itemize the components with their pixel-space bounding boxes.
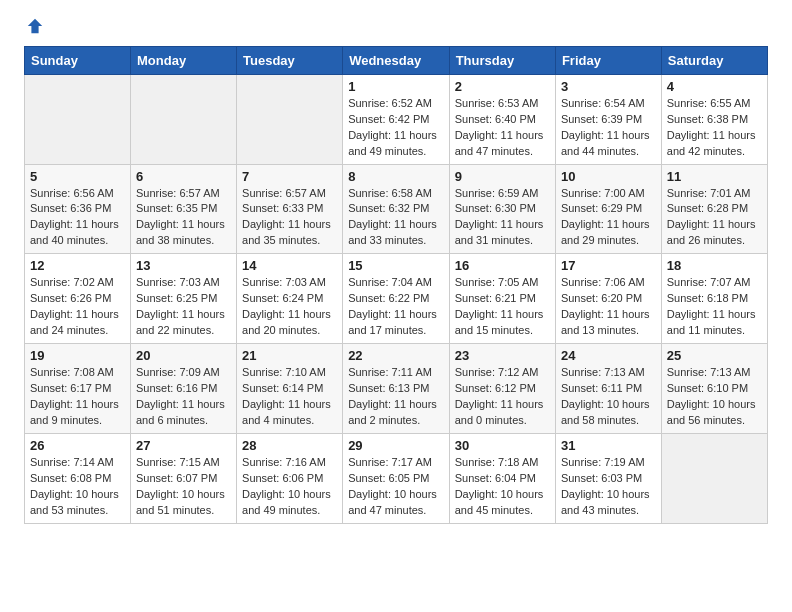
day-number: 8	[348, 169, 444, 184]
day-number: 11	[667, 169, 762, 184]
day-number: 18	[667, 258, 762, 273]
calendar-cell	[25, 74, 131, 164]
page-header	[24, 20, 768, 40]
weekday-header-wednesday: Wednesday	[343, 46, 450, 74]
calendar-cell	[661, 433, 767, 523]
day-info: Sunrise: 7:13 AM Sunset: 6:11 PM Dayligh…	[561, 365, 656, 429]
day-info: Sunrise: 7:18 AM Sunset: 6:04 PM Dayligh…	[455, 455, 550, 519]
day-info: Sunrise: 7:05 AM Sunset: 6:21 PM Dayligh…	[455, 275, 550, 339]
day-info: Sunrise: 7:15 AM Sunset: 6:07 PM Dayligh…	[136, 455, 231, 519]
day-info: Sunrise: 6:52 AM Sunset: 6:42 PM Dayligh…	[348, 96, 444, 160]
calendar-cell: 12Sunrise: 7:02 AM Sunset: 6:26 PM Dayli…	[25, 254, 131, 344]
day-number: 7	[242, 169, 337, 184]
calendar-cell: 1Sunrise: 6:52 AM Sunset: 6:42 PM Daylig…	[343, 74, 450, 164]
calendar-cell: 9Sunrise: 6:59 AM Sunset: 6:30 PM Daylig…	[449, 164, 555, 254]
calendar-cell: 24Sunrise: 7:13 AM Sunset: 6:11 PM Dayli…	[555, 344, 661, 434]
calendar-cell: 19Sunrise: 7:08 AM Sunset: 6:17 PM Dayli…	[25, 344, 131, 434]
calendar-cell: 13Sunrise: 7:03 AM Sunset: 6:25 PM Dayli…	[131, 254, 237, 344]
day-number: 13	[136, 258, 231, 273]
calendar-week-row: 19Sunrise: 7:08 AM Sunset: 6:17 PM Dayli…	[25, 344, 768, 434]
day-number: 12	[30, 258, 125, 273]
calendar-week-row: 12Sunrise: 7:02 AM Sunset: 6:26 PM Dayli…	[25, 254, 768, 344]
calendar-cell: 7Sunrise: 6:57 AM Sunset: 6:33 PM Daylig…	[237, 164, 343, 254]
calendar-cell: 2Sunrise: 6:53 AM Sunset: 6:40 PM Daylig…	[449, 74, 555, 164]
svg-marker-0	[28, 19, 42, 33]
calendar-cell: 3Sunrise: 6:54 AM Sunset: 6:39 PM Daylig…	[555, 74, 661, 164]
day-info: Sunrise: 6:57 AM Sunset: 6:33 PM Dayligh…	[242, 186, 337, 250]
day-info: Sunrise: 7:00 AM Sunset: 6:29 PM Dayligh…	[561, 186, 656, 250]
day-info: Sunrise: 7:17 AM Sunset: 6:05 PM Dayligh…	[348, 455, 444, 519]
day-number: 5	[30, 169, 125, 184]
calendar-cell: 26Sunrise: 7:14 AM Sunset: 6:08 PM Dayli…	[25, 433, 131, 523]
day-info: Sunrise: 7:03 AM Sunset: 6:24 PM Dayligh…	[242, 275, 337, 339]
day-number: 25	[667, 348, 762, 363]
day-number: 15	[348, 258, 444, 273]
day-number: 21	[242, 348, 337, 363]
calendar-cell	[131, 74, 237, 164]
calendar-week-row: 5Sunrise: 6:56 AM Sunset: 6:36 PM Daylig…	[25, 164, 768, 254]
day-number: 19	[30, 348, 125, 363]
day-info: Sunrise: 7:11 AM Sunset: 6:13 PM Dayligh…	[348, 365, 444, 429]
day-info: Sunrise: 7:07 AM Sunset: 6:18 PM Dayligh…	[667, 275, 762, 339]
calendar-header-row: SundayMondayTuesdayWednesdayThursdayFrid…	[25, 46, 768, 74]
calendar-week-row: 26Sunrise: 7:14 AM Sunset: 6:08 PM Dayli…	[25, 433, 768, 523]
day-number: 20	[136, 348, 231, 363]
calendar-cell	[237, 74, 343, 164]
day-number: 17	[561, 258, 656, 273]
day-number: 26	[30, 438, 125, 453]
day-number: 28	[242, 438, 337, 453]
day-number: 31	[561, 438, 656, 453]
calendar-cell: 21Sunrise: 7:10 AM Sunset: 6:14 PM Dayli…	[237, 344, 343, 434]
day-info: Sunrise: 7:03 AM Sunset: 6:25 PM Dayligh…	[136, 275, 231, 339]
calendar-cell: 29Sunrise: 7:17 AM Sunset: 6:05 PM Dayli…	[343, 433, 450, 523]
calendar-cell: 22Sunrise: 7:11 AM Sunset: 6:13 PM Dayli…	[343, 344, 450, 434]
day-info: Sunrise: 7:13 AM Sunset: 6:10 PM Dayligh…	[667, 365, 762, 429]
day-number: 6	[136, 169, 231, 184]
calendar-cell: 20Sunrise: 7:09 AM Sunset: 6:16 PM Dayli…	[131, 344, 237, 434]
calendar-cell: 27Sunrise: 7:15 AM Sunset: 6:07 PM Dayli…	[131, 433, 237, 523]
day-number: 30	[455, 438, 550, 453]
weekday-header-tuesday: Tuesday	[237, 46, 343, 74]
day-info: Sunrise: 7:14 AM Sunset: 6:08 PM Dayligh…	[30, 455, 125, 519]
day-number: 14	[242, 258, 337, 273]
day-info: Sunrise: 7:02 AM Sunset: 6:26 PM Dayligh…	[30, 275, 125, 339]
calendar-cell: 4Sunrise: 6:55 AM Sunset: 6:38 PM Daylig…	[661, 74, 767, 164]
calendar-cell: 30Sunrise: 7:18 AM Sunset: 6:04 PM Dayli…	[449, 433, 555, 523]
calendar-cell: 25Sunrise: 7:13 AM Sunset: 6:10 PM Dayli…	[661, 344, 767, 434]
day-info: Sunrise: 6:57 AM Sunset: 6:35 PM Dayligh…	[136, 186, 231, 250]
day-number: 1	[348, 79, 444, 94]
day-number: 16	[455, 258, 550, 273]
logo	[24, 20, 44, 40]
day-info: Sunrise: 6:55 AM Sunset: 6:38 PM Dayligh…	[667, 96, 762, 160]
weekday-header-monday: Monday	[131, 46, 237, 74]
calendar-cell: 11Sunrise: 7:01 AM Sunset: 6:28 PM Dayli…	[661, 164, 767, 254]
day-number: 23	[455, 348, 550, 363]
calendar-cell: 23Sunrise: 7:12 AM Sunset: 6:12 PM Dayli…	[449, 344, 555, 434]
day-number: 27	[136, 438, 231, 453]
calendar-cell: 15Sunrise: 7:04 AM Sunset: 6:22 PM Dayli…	[343, 254, 450, 344]
day-info: Sunrise: 7:19 AM Sunset: 6:03 PM Dayligh…	[561, 455, 656, 519]
day-info: Sunrise: 6:53 AM Sunset: 6:40 PM Dayligh…	[455, 96, 550, 160]
day-number: 24	[561, 348, 656, 363]
day-info: Sunrise: 7:12 AM Sunset: 6:12 PM Dayligh…	[455, 365, 550, 429]
calendar-cell: 14Sunrise: 7:03 AM Sunset: 6:24 PM Dayli…	[237, 254, 343, 344]
calendar-cell: 31Sunrise: 7:19 AM Sunset: 6:03 PM Dayli…	[555, 433, 661, 523]
day-info: Sunrise: 6:56 AM Sunset: 6:36 PM Dayligh…	[30, 186, 125, 250]
weekday-header-saturday: Saturday	[661, 46, 767, 74]
day-info: Sunrise: 6:59 AM Sunset: 6:30 PM Dayligh…	[455, 186, 550, 250]
calendar-cell: 18Sunrise: 7:07 AM Sunset: 6:18 PM Dayli…	[661, 254, 767, 344]
day-number: 4	[667, 79, 762, 94]
day-number: 9	[455, 169, 550, 184]
day-info: Sunrise: 7:01 AM Sunset: 6:28 PM Dayligh…	[667, 186, 762, 250]
day-info: Sunrise: 6:54 AM Sunset: 6:39 PM Dayligh…	[561, 96, 656, 160]
day-info: Sunrise: 6:58 AM Sunset: 6:32 PM Dayligh…	[348, 186, 444, 250]
logo-icon	[26, 17, 44, 35]
day-number: 10	[561, 169, 656, 184]
calendar-cell: 16Sunrise: 7:05 AM Sunset: 6:21 PM Dayli…	[449, 254, 555, 344]
calendar-cell: 6Sunrise: 6:57 AM Sunset: 6:35 PM Daylig…	[131, 164, 237, 254]
day-number: 22	[348, 348, 444, 363]
day-info: Sunrise: 7:16 AM Sunset: 6:06 PM Dayligh…	[242, 455, 337, 519]
day-info: Sunrise: 7:08 AM Sunset: 6:17 PM Dayligh…	[30, 365, 125, 429]
day-number: 3	[561, 79, 656, 94]
weekday-header-friday: Friday	[555, 46, 661, 74]
